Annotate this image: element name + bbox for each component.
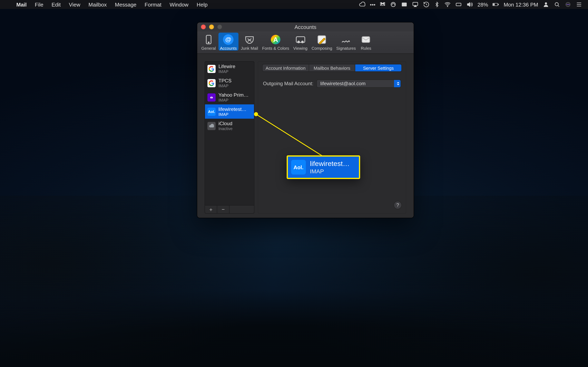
window-titlebar[interactable]: Accounts	[197, 22, 414, 31]
menu-mailbox[interactable]: Mailbox	[84, 1, 111, 8]
outgoing-mail-select[interactable]: lifewiretest@aol.com	[317, 80, 401, 88]
cloud-icon[interactable]	[359, 1, 365, 8]
yahoo-icon	[208, 93, 216, 101]
quickshade-icon[interactable]	[401, 1, 408, 8]
callout-magnifier: Aol. lifewiretest… IMAP	[287, 155, 360, 179]
toolbar-general[interactable]: General	[200, 33, 217, 50]
menu-file[interactable]: File	[31, 1, 48, 8]
toolbar-signatures[interactable]: Signatures	[335, 33, 357, 50]
account-type: IMAP	[218, 69, 235, 74]
account-type: Inactive	[218, 126, 233, 131]
menu-format[interactable]: Format	[140, 1, 165, 8]
battery-percent: 28%	[477, 1, 488, 8]
window-close-button[interactable]	[201, 25, 206, 29]
tab-mailbox-behaviors[interactable]: Mailbox Behaviors	[309, 64, 355, 71]
toolbar-label: General	[201, 46, 216, 50]
svg-point-12	[208, 42, 209, 43]
account-name: TPCS	[218, 78, 232, 83]
help-button[interactable]: ?	[394, 201, 402, 209]
tab-account-information[interactable]: Account Information	[263, 64, 309, 71]
window-title: Accounts	[295, 24, 316, 30]
toolbar-viewing[interactable]: Viewing	[292, 33, 309, 50]
aol-icon: Aol.	[291, 160, 306, 175]
spotlight-icon[interactable]	[554, 1, 560, 8]
accounts-list: Lifewire IMAP TPCS IMAP	[205, 61, 254, 206]
wifi-icon[interactable]	[444, 1, 451, 8]
svg-point-3	[448, 6, 448, 7]
toolbar-label: Composing	[311, 46, 332, 50]
toolbar-label: Signatures	[336, 46, 356, 50]
menu-message[interactable]: Message	[111, 1, 141, 8]
google-icon	[208, 79, 216, 87]
account-type: IMAP	[218, 98, 249, 102]
svg-rect-6	[498, 4, 499, 5]
accounts-preferences-window: Accounts General @ Accounts Junk Mail A …	[197, 22, 414, 218]
accounts-icon: @	[222, 33, 234, 46]
menu-view[interactable]: View	[65, 1, 84, 8]
battery-icon[interactable]	[493, 1, 499, 8]
account-icloud[interactable]: iCloud Inactive	[205, 119, 254, 133]
timemachine-icon[interactable]	[423, 1, 430, 8]
account-tpcs[interactable]: TPCS IMAP	[205, 76, 254, 90]
account-name: Yahoo Prim…	[218, 92, 249, 98]
outgoing-mail-row: Outgoing Mail Account: lifewiretest@aol.…	[263, 80, 401, 88]
account-type: IMAP	[218, 83, 232, 88]
window-minimize-button[interactable]	[209, 25, 214, 29]
dropbox-icon[interactable]	[380, 2, 386, 7]
svg-point-9	[555, 3, 558, 6]
add-account-button[interactable]: ＋	[205, 206, 217, 213]
svg-rect-7	[493, 4, 495, 5]
menu-help[interactable]: Help	[192, 1, 212, 8]
clock[interactable]: Mon 12:36 PM	[504, 1, 538, 8]
svg-point-8	[545, 2, 547, 4]
account-name: Lifewire	[218, 64, 235, 69]
account-lifewire[interactable]: Lifewire IMAP	[205, 62, 254, 76]
toolbar-label: Junk Mail	[241, 46, 258, 50]
toolbar-label: Rules	[361, 46, 371, 50]
account-lifewiretest-aol[interactable]: Aol. lifewiretest… IMAP	[205, 104, 254, 119]
toolbar-accounts[interactable]: @ Accounts	[218, 33, 238, 50]
junk-mail-icon	[243, 33, 256, 46]
callout-account-type: IMAP	[310, 168, 350, 175]
callout-account-name: lifewiretest…	[310, 160, 350, 168]
account-name: lifewiretest…	[218, 106, 246, 112]
outgoing-mail-value: lifewiretest@aol.com	[320, 81, 366, 86]
creative-cloud-icon[interactable]	[390, 1, 397, 8]
menu-window[interactable]: Window	[165, 1, 193, 8]
svg-text:A: A	[273, 36, 278, 43]
toolbar-junk-mail[interactable]: Junk Mail	[239, 33, 260, 50]
remove-account-button[interactable]: −	[217, 206, 229, 213]
keyboard-icon[interactable]	[456, 1, 462, 8]
tab-server-settings[interactable]: Server Settings	[355, 64, 401, 71]
svg-text:@: @	[225, 36, 231, 43]
siri-icon[interactable]	[565, 1, 571, 8]
account-tabs: Account Information Mailbox Behaviors Se…	[262, 64, 402, 72]
accounts-sidebar: Lifewire IMAP TPCS IMAP	[205, 61, 254, 214]
chevron-up-down-icon	[397, 82, 399, 85]
window-zoom-button[interactable]	[217, 25, 222, 29]
svg-rect-21	[362, 37, 370, 42]
traffic-lights	[201, 25, 222, 29]
notification-center-icon[interactable]	[576, 1, 582, 8]
account-yahoo[interactable]: Yahoo Prim… IMAP	[205, 90, 254, 104]
viewing-icon	[294, 33, 306, 46]
toolbar-label: Viewing	[293, 46, 307, 50]
toolbar-rules[interactable]: Rules	[358, 33, 374, 50]
user-icon[interactable]	[543, 1, 549, 8]
toolbar-composing[interactable]: Composing	[310, 33, 334, 50]
svg-rect-4	[456, 3, 461, 6]
add-remove-bar: ＋ −	[205, 206, 254, 214]
menu-edit[interactable]: Edit	[48, 1, 65, 8]
google-icon	[208, 65, 216, 73]
toolbar-fonts-colors[interactable]: A Fonts & Colors	[260, 33, 291, 50]
outgoing-mail-label: Outgoing Mail Account:	[263, 81, 313, 86]
toolbar-label: Accounts	[220, 46, 237, 50]
bluetooth-icon[interactable]	[434, 2, 440, 7]
more-icon[interactable]: •••	[370, 1, 375, 8]
volume-icon[interactable]	[467, 1, 473, 8]
menu-app[interactable]: Mail	[12, 1, 31, 8]
toolbar-label: Fonts & Colors	[262, 46, 289, 50]
airplay-icon[interactable]	[412, 1, 419, 8]
account-type: IMAP	[218, 112, 246, 117]
rules-icon	[360, 33, 372, 46]
